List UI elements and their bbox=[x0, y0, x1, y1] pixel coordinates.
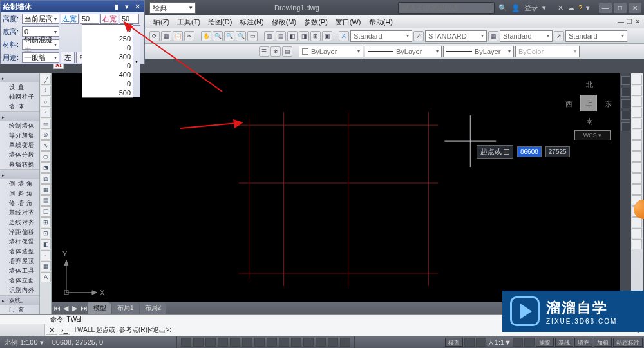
layer-icon[interactable]: ☰ bbox=[259, 46, 269, 57]
textstyle-icon[interactable]: A bbox=[339, 31, 349, 41]
dimstyle-selector[interactable]: STANDARD▾ bbox=[425, 30, 487, 42]
tool-icon[interactable] bbox=[632, 75, 642, 85]
tool-icon[interactable]: ◨ bbox=[299, 31, 309, 41]
steering-wheel-icon[interactable] bbox=[621, 76, 630, 85]
tool-icon[interactable]: ⊞ bbox=[310, 31, 321, 41]
dimstyle-icon[interactable]: ⤢ bbox=[413, 31, 424, 41]
tool-icon[interactable]: ⬔ bbox=[41, 162, 51, 173]
color-selector[interactable]: ByLayer▾ bbox=[299, 46, 363, 57]
sidebar-item[interactable]: 单线变墙 bbox=[0, 140, 39, 150]
tool-icon[interactable]: ◧ bbox=[287, 31, 298, 41]
sidebar-item[interactable]: 轴网柱子 bbox=[0, 92, 39, 102]
arc-icon[interactable]: ◜ bbox=[41, 108, 51, 118]
tool-icon[interactable]: ⊡ bbox=[41, 228, 51, 238]
menu-item[interactable]: 标注(N) bbox=[236, 15, 267, 28]
drawing-canvas[interactable]: X Y 北 南 东 西 上 WCS ▾ bbox=[52, 73, 631, 302]
sidebar-item[interactable]: 墙 体 bbox=[0, 102, 39, 111]
ellipse-icon[interactable]: ⬭ bbox=[41, 151, 51, 162]
menu-item[interactable]: 修改(M) bbox=[268, 15, 301, 28]
height-field[interactable]: 当前层高▾ bbox=[22, 14, 59, 24]
tablestyle-selector[interactable]: Standard▾ bbox=[500, 30, 553, 42]
tpy-toggle[interactable] bbox=[303, 338, 314, 347]
status-button[interactable]: 捕捉 bbox=[536, 338, 554, 347]
tab-last-icon[interactable]: ⏭ bbox=[79, 304, 88, 312]
zoom-icon[interactable] bbox=[621, 99, 630, 108]
minimize-button[interactable]: — bbox=[599, 3, 612, 13]
layout-tab[interactable]: 布局1 bbox=[112, 302, 139, 314]
sidebar-item[interactable]: 等分加墙 bbox=[0, 131, 39, 140]
tool-icon[interactable]: ▤ bbox=[276, 31, 286, 41]
tab-next-icon[interactable]: ▶ bbox=[70, 304, 79, 313]
sidebar-item[interactable]: 识别内外 bbox=[0, 285, 39, 295]
user-icon[interactable]: 👤 bbox=[511, 4, 520, 12]
am-toggle[interactable] bbox=[340, 338, 350, 347]
ortho-toggle[interactable] bbox=[205, 338, 216, 347]
annoscale-field[interactable]: 人1:1▼ bbox=[488, 338, 511, 347]
mleaderstyle-selector[interactable]: Standard▾ bbox=[565, 30, 627, 42]
plotstyle-selector[interactable]: ByColor▾ bbox=[515, 46, 580, 57]
dyn-x-field[interactable]: 86608 bbox=[517, 146, 542, 157]
maximize-button[interactable]: □ bbox=[614, 3, 627, 13]
zoom-extents-icon[interactable]: 🔍 bbox=[236, 31, 246, 41]
tool-icon[interactable]: ▣ bbox=[322, 31, 332, 41]
layout-tab[interactable]: 布局2 bbox=[140, 302, 167, 314]
orbit-icon[interactable] bbox=[621, 111, 630, 120]
text-icon[interactable]: A bbox=[41, 272, 51, 282]
tool-icon[interactable] bbox=[632, 151, 642, 162]
status-icon[interactable] bbox=[513, 338, 523, 347]
sidebar-item[interactable]: 墙体立面 bbox=[0, 276, 39, 285]
status-icon[interactable] bbox=[524, 338, 535, 347]
material-field[interactable]: 钢筋混凝土▾ bbox=[22, 39, 59, 50]
sidebar-item[interactable]: 绘制墙体 bbox=[0, 121, 39, 131]
help-search-input[interactable] bbox=[398, 2, 495, 14]
sidebar-item[interactable]: 修 墙 角 bbox=[0, 198, 39, 208]
tool-icon[interactable]: ▥ bbox=[264, 31, 274, 41]
menu-item[interactable]: 窗口(W) bbox=[332, 15, 365, 28]
wcs-label[interactable]: WCS ▾ bbox=[574, 130, 611, 140]
status-icon[interactable] bbox=[476, 338, 486, 347]
lwt-toggle[interactable] bbox=[291, 338, 301, 347]
doc-minimize-button[interactable]: — bbox=[618, 18, 624, 25]
align-left-button[interactable]: 左 bbox=[61, 52, 75, 63]
sidebar-item[interactable]: 幕墙转换 bbox=[0, 160, 39, 169]
sidebar-item[interactable]: 墙体工具 bbox=[0, 266, 39, 276]
tablestyle-icon[interactable]: ▦ bbox=[488, 31, 498, 41]
tool-icon[interactable] bbox=[632, 108, 642, 118]
tool-icon[interactable]: ◧ bbox=[41, 239, 51, 249]
tab-first-icon[interactable]: ⏮ bbox=[52, 304, 61, 312]
view-cube[interactable]: 北 南 东 西 上 bbox=[565, 80, 612, 126]
tool-icon[interactable] bbox=[632, 162, 642, 173]
hatch-icon[interactable]: ▨ bbox=[41, 173, 51, 184]
point-icon[interactable]: ∙ bbox=[41, 250, 51, 260]
tool-icon[interactable] bbox=[632, 119, 642, 129]
layer-icon[interactable]: ❄ bbox=[270, 46, 281, 57]
tool-icon[interactable] bbox=[632, 173, 642, 184]
snap-toggle[interactable] bbox=[181, 338, 191, 347]
tool-icon[interactable] bbox=[632, 97, 642, 107]
tool-icon[interactable]: ⊚ bbox=[41, 130, 51, 140]
status-button[interactable]: 动态标注 bbox=[613, 338, 643, 347]
sc-toggle[interactable] bbox=[328, 338, 338, 347]
sidebar-item[interactable]: 门 窗 bbox=[0, 305, 39, 314]
tool-icon[interactable]: ▤ bbox=[41, 195, 51, 206]
grid-toggle[interactable] bbox=[193, 338, 204, 347]
tool-icon[interactable]: ⊞ bbox=[41, 217, 51, 227]
spline-icon[interactable]: ∿ bbox=[41, 140, 51, 151]
doc-restore-button[interactable]: ❐ bbox=[627, 18, 632, 25]
login-label[interactable]: 登录 bbox=[524, 3, 538, 13]
layer-icon[interactable]: ▤ bbox=[282, 46, 292, 57]
osnap-toggle[interactable] bbox=[230, 338, 240, 347]
tool-icon[interactable] bbox=[632, 228, 642, 238]
command-grip[interactable] bbox=[0, 324, 45, 336]
sidebar-item[interactable]: 设 置 bbox=[0, 82, 39, 92]
search-icon[interactable]: 🔍 bbox=[498, 4, 507, 12]
tool-icon[interactable]: ◫ bbox=[41, 206, 51, 217]
polyline-icon[interactable]: ⌇ bbox=[41, 86, 51, 96]
workspace-selector[interactable]: 经典▾ bbox=[149, 2, 196, 14]
dialog-header[interactable]: 绘制墙体 ▮ ▾ ✕ bbox=[1, 1, 144, 12]
sidebar-item[interactable]: 倒 墙 角 bbox=[0, 179, 39, 189]
exchange-icon[interactable]: ✕ bbox=[558, 4, 564, 12]
dyn-y-field[interactable]: 27525 bbox=[545, 146, 570, 157]
tool-icon[interactable] bbox=[632, 130, 642, 140]
autohide-icon[interactable]: ▾ bbox=[122, 3, 131, 11]
